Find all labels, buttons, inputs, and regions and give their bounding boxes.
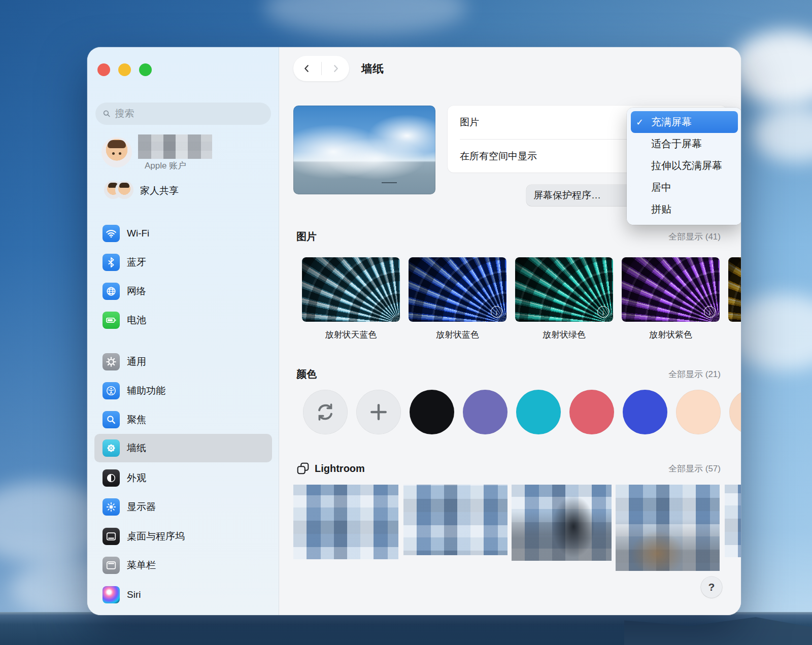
minimize-button[interactable] <box>118 63 131 76</box>
sidebar-item-label: 墙纸 <box>127 442 146 455</box>
lightroom-photo-thumb[interactable] <box>616 485 720 571</box>
wallpaper-thumb-label: 放射状天蓝色 <box>302 329 400 341</box>
globe-icon <box>103 283 120 300</box>
color-swatch-purple[interactable] <box>463 390 507 434</box>
apple-account-label[interactable]: Apple 账户 <box>145 160 186 172</box>
sidebar-item-wifi[interactable]: Wi-Fi <box>94 219 272 248</box>
colors-section-title: 颜色 <box>296 367 317 381</box>
cloud <box>731 30 812 107</box>
bluetooth-icon <box>103 254 120 271</box>
lightroom-photo-thumb[interactable] <box>512 485 612 561</box>
add-color-button[interactable] <box>356 390 401 434</box>
menu-item-label: 拼贴 <box>651 202 671 216</box>
back-button[interactable] <box>293 56 321 81</box>
chevron-right-icon <box>330 63 341 74</box>
pictures-show-all-link[interactable]: 全部显示 (41) <box>668 231 721 243</box>
sidebar-item-general[interactable]: 通用 <box>94 348 272 376</box>
current-wallpaper-preview[interactable] <box>293 106 435 194</box>
color-swatch-peach[interactable] <box>676 390 721 434</box>
gear-icon <box>103 353 120 370</box>
wallpaper-thumb-radial-blue[interactable]: ↓ <box>409 257 506 322</box>
sidebar-item-appearance[interactable]: 外观 <box>94 464 272 492</box>
lightroom-photo-thumb[interactable] <box>725 485 741 557</box>
plus-icon <box>367 401 390 423</box>
wallpaper-thumb-label: 放射状蓝色 <box>409 329 506 341</box>
cycle-colors-button[interactable] <box>303 390 348 434</box>
menu-item-label: 适合于屏幕 <box>651 137 702 151</box>
menu-item-tile[interactable]: 拼贴 <box>631 198 738 220</box>
pictures-section-title: 图片 <box>296 230 317 244</box>
help-button[interactable]: ? <box>701 576 722 598</box>
appearance-icon <box>103 469 120 487</box>
dock-icon <box>103 528 120 545</box>
avatar[interactable] <box>101 137 132 167</box>
sidebar-item-desktop-dock[interactable]: 桌面与程序坞 <box>94 522 272 551</box>
sidebar-item-label: 显示器 <box>127 500 156 514</box>
color-swatch-blue[interactable] <box>623 390 667 434</box>
wallpaper-thumb-radial-yellow[interactable] <box>728 257 741 322</box>
accessibility-icon <box>103 382 120 399</box>
search-input[interactable] <box>115 108 264 119</box>
sidebar-item-network[interactable]: 网络 <box>94 277 272 305</box>
color-swatch-black[interactable] <box>410 390 454 434</box>
menu-item-fit-screen[interactable]: 适合于屏幕 <box>631 133 738 155</box>
lightroom-show-all-link[interactable]: 全部显示 (57) <box>668 463 721 474</box>
sidebar-item-spotlight[interactable]: 聚焦 <box>94 405 272 434</box>
albums-icon <box>296 462 310 475</box>
sidebar-item-accessibility[interactable]: 辅助功能 <box>94 377 272 405</box>
sidebar-item-label: 电池 <box>127 314 146 327</box>
search-field[interactable] <box>95 103 271 125</box>
colors-show-all-link[interactable]: 全部显示 (21) <box>668 368 721 380</box>
color-swatch-peach-2[interactable] <box>729 390 741 434</box>
zoom-button[interactable] <box>139 63 152 76</box>
menu-item-stretch[interactable]: 拉伸以充满屏幕 <box>631 155 738 177</box>
sidebar-item-wallpaper[interactable]: 墙纸 <box>94 434 272 462</box>
sidebar-item-displays[interactable]: 显示器 <box>94 493 272 521</box>
sidebar-item-label: 菜单栏 <box>127 559 156 572</box>
sidebar: Apple 账户 家人共享 Wi-Fi 蓝牙 网络 电池 <box>87 47 279 615</box>
color-swatch-teal[interactable] <box>516 390 561 434</box>
cycle-arrows-icon <box>314 401 336 423</box>
sidebar-item-menubar[interactable]: 菜单栏 <box>94 551 272 580</box>
download-icon[interactable]: ↓ <box>704 306 716 318</box>
lightroom-photo-thumb[interactable] <box>403 485 507 555</box>
sidebar-item-label: 通用 <box>127 355 146 368</box>
menu-item-label: 居中 <box>651 181 671 194</box>
cloud <box>751 107 812 162</box>
sidebar-item-battery[interactable]: 电池 <box>94 306 272 334</box>
window-controls <box>97 63 152 76</box>
pictures-section-header: 图片 全部显示 (41) <box>296 230 721 244</box>
wallpaper-thumb-radial-skyblue[interactable] <box>302 257 400 322</box>
sidebar-item-label: 网络 <box>127 285 146 298</box>
download-icon[interactable]: ↓ <box>491 306 502 318</box>
page-title: 墙纸 <box>361 61 384 77</box>
fill-mode-popup-menu: ✓ 充满屏幕 适合于屏幕 拉伸以充满屏幕 居中 拼贴 <box>627 108 741 225</box>
sidebar-item-label: 聚焦 <box>127 413 146 426</box>
close-button[interactable] <box>97 63 110 76</box>
lightroom-photo-thumb[interactable] <box>293 485 398 559</box>
menu-item-center[interactable]: 居中 <box>631 177 738 198</box>
sidebar-item-label: Siri <box>127 589 141 600</box>
menu-item-fill-screen[interactable]: ✓ 充满屏幕 <box>631 111 738 133</box>
screensaver-button[interactable]: 屏幕保护程序… <box>526 185 632 206</box>
lightroom-title-text: Lightroom <box>315 463 365 474</box>
colors-section-header: 颜色 全部显示 (21) <box>296 367 721 381</box>
color-swatch-coral[interactable] <box>569 390 614 434</box>
wallpaper-flower-icon <box>103 439 120 457</box>
wallpaper-thumb-label: 放射状紫色 <box>622 329 720 341</box>
family-avatars[interactable] <box>104 181 132 199</box>
menu-item-label: 拉伸以充满屏幕 <box>651 159 722 173</box>
checkmark-icon: ✓ <box>636 117 648 128</box>
wifi-icon <box>103 225 120 242</box>
sidebar-item-siri[interactable]: Siri <box>94 581 272 609</box>
wallpaper-thumb-radial-green[interactable]: ↓ <box>515 257 613 322</box>
search-icon <box>103 109 111 118</box>
lightroom-section-title: Lightroom <box>296 462 365 475</box>
wallpaper-thumb-radial-purple[interactable]: ↓ <box>622 257 720 322</box>
sidebar-item-label: 桌面与程序坞 <box>127 530 185 543</box>
download-icon[interactable]: ↓ <box>597 306 609 318</box>
sidebar-item-bluetooth[interactable]: 蓝牙 <box>94 248 272 277</box>
forward-button[interactable] <box>322 56 350 81</box>
sidebar-item-family-sharing[interactable]: 家人共享 <box>140 184 179 197</box>
content-pane: 墙纸 图片 在所有空间中显示 屏幕保护程序… ✓ 充满屏幕 适合于屏幕 拉伸以充… <box>279 47 741 615</box>
